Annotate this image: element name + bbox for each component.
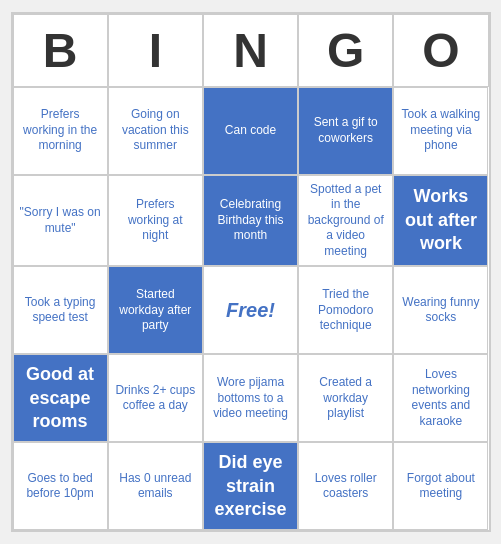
- bingo-cell-14[interactable]: Wearing funny socks: [393, 266, 488, 354]
- bingo-cell-15[interactable]: Good at escape rooms: [13, 354, 108, 442]
- bingo-cell-0[interactable]: Prefers working in the morning: [13, 87, 108, 175]
- bingo-cell-21[interactable]: Has 0 unread emails: [108, 442, 203, 530]
- bingo-cell-11[interactable]: Started workday after party: [108, 266, 203, 354]
- bingo-cell-12[interactable]: Free!: [203, 266, 298, 354]
- bingo-cell-17[interactable]: Wore pijama bottoms to a video meeting: [203, 354, 298, 442]
- bingo-letter-g: G: [298, 14, 393, 87]
- bingo-cell-18[interactable]: Created a workday playlist: [298, 354, 393, 442]
- bingo-cell-2[interactable]: Can code: [203, 87, 298, 175]
- bingo-header: BINGO: [13, 14, 489, 87]
- bingo-letter-b: B: [13, 14, 108, 87]
- bingo-letter-n: N: [203, 14, 298, 87]
- bingo-cell-13[interactable]: Tried the Pomodoro technique: [298, 266, 393, 354]
- bingo-cell-10[interactable]: Took a typing speed test: [13, 266, 108, 354]
- bingo-letter-o: O: [393, 14, 488, 87]
- bingo-cell-9[interactable]: Works out after work: [393, 175, 488, 267]
- bingo-grid: Prefers working in the morningGoing on v…: [13, 87, 489, 531]
- bingo-cell-8[interactable]: Spotted a pet in the background of a vid…: [298, 175, 393, 267]
- bingo-cell-24[interactable]: Forgot about meeting: [393, 442, 488, 530]
- bingo-cell-7[interactable]: Celebrating Birthday this month: [203, 175, 298, 267]
- bingo-cell-5[interactable]: "Sorry I was on mute": [13, 175, 108, 267]
- bingo-cell-23[interactable]: Loves roller coasters: [298, 442, 393, 530]
- bingo-cell-16[interactable]: Drinks 2+ cups coffee a day: [108, 354, 203, 442]
- bingo-cell-6[interactable]: Prefers working at night: [108, 175, 203, 267]
- bingo-cell-20[interactable]: Goes to bed before 10pm: [13, 442, 108, 530]
- bingo-cell-19[interactable]: Loves networking events and karaoke: [393, 354, 488, 442]
- bingo-card: BINGO Prefers working in the morningGoin…: [11, 12, 491, 533]
- bingo-cell-22[interactable]: Did eye strain exercise: [203, 442, 298, 530]
- bingo-letter-i: I: [108, 14, 203, 87]
- bingo-cell-1[interactable]: Going on vacation this summer: [108, 87, 203, 175]
- bingo-cell-4[interactable]: Took a walking meeting via phone: [393, 87, 488, 175]
- bingo-cell-3[interactable]: Sent a gif to coworkers: [298, 87, 393, 175]
